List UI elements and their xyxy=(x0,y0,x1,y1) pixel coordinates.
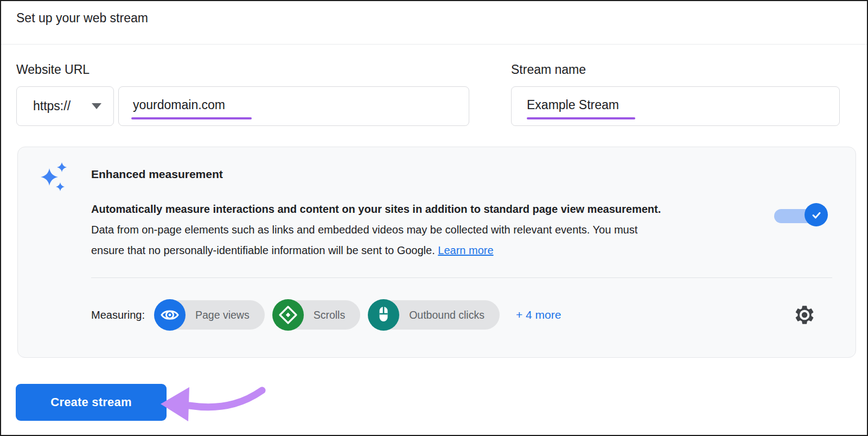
url-input-underline xyxy=(131,117,252,119)
card-divider xyxy=(91,277,832,278)
mouse-icon xyxy=(368,299,399,331)
eye-icon xyxy=(154,299,186,331)
protocol-select[interactable]: https:// xyxy=(16,86,114,126)
enhanced-measurement-title: Enhanced measurement xyxy=(91,168,223,181)
enhanced-measurement-description: Automatically measure interactions and c… xyxy=(91,199,661,261)
stream-name-value: Example Stream xyxy=(527,98,619,112)
create-stream-button[interactable]: Create stream xyxy=(16,384,167,421)
toggle-thumb xyxy=(805,203,828,226)
chevron-down-icon xyxy=(92,103,101,109)
stream-input-underline xyxy=(527,117,635,119)
website-url-value: yourdomain.com xyxy=(133,98,225,112)
description-line-2: Data from on-page elements such as links… xyxy=(91,219,661,240)
enhanced-measurement-card: Enhanced measurement Automatically measu… xyxy=(17,147,856,358)
protocol-value: https:// xyxy=(33,99,71,113)
enhanced-measurement-toggle[interactable] xyxy=(774,203,828,228)
chip-scrolls: Scrolls xyxy=(272,300,361,330)
header-divider xyxy=(1,44,867,45)
chip-label: Scrolls xyxy=(314,309,346,321)
page-title: Set up your web stream xyxy=(16,11,148,26)
gear-icon[interactable] xyxy=(793,304,816,326)
chip-page-views: Page views xyxy=(154,300,265,330)
chip-label: Page views xyxy=(195,309,250,321)
setup-web-stream-page: Set up your web stream Website URL https… xyxy=(0,0,868,436)
chip-outbound-clicks: Outbound clicks xyxy=(368,300,500,330)
website-url-label: Website URL xyxy=(16,62,90,77)
checkmark-icon xyxy=(809,208,824,222)
create-stream-button-label: Create stream xyxy=(50,395,131,409)
measuring-label: Measuring: xyxy=(91,309,145,321)
chip-label: Outbound clicks xyxy=(409,309,484,321)
measuring-row: Measuring: Page views Scrolls xyxy=(91,299,561,331)
description-line-1: Automatically measure interactions and c… xyxy=(91,199,661,219)
scroll-icon xyxy=(272,299,304,331)
annotation-arrow-icon xyxy=(156,378,272,430)
website-url-input[interactable]: yourdomain.com xyxy=(118,86,469,126)
learn-more-link[interactable]: Learn more xyxy=(438,244,493,256)
description-line-3: ensure that no personally-identifiable i… xyxy=(91,240,661,261)
stream-name-input[interactable]: Example Stream xyxy=(511,86,840,126)
sparkle-icon xyxy=(41,161,69,193)
stream-name-label: Stream name xyxy=(511,62,586,77)
more-events-link[interactable]: + 4 more xyxy=(516,308,561,321)
